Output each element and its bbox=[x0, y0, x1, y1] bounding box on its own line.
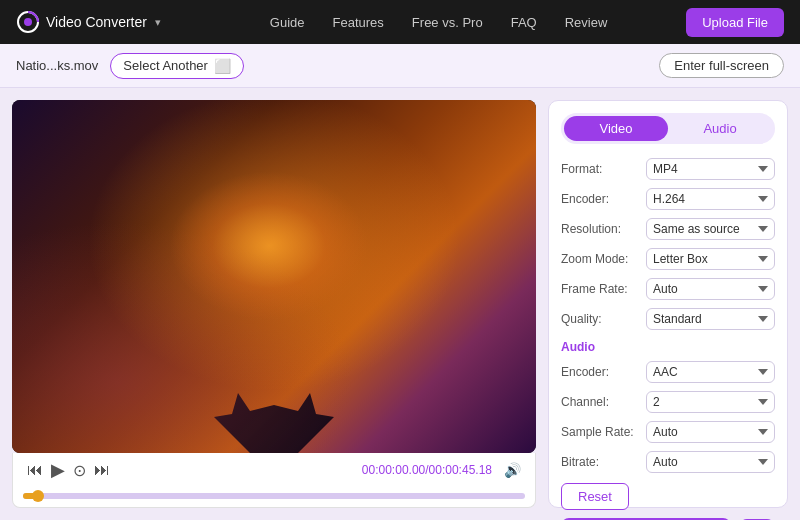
nav-links: Guide Features Free vs. Pro FAQ Review bbox=[191, 15, 686, 30]
nav-faq[interactable]: FAQ bbox=[511, 15, 537, 30]
video-panel: ⏮ ▶ ⊙ ⏭ 00:00:00.00/00:00:45.18 🔊 bbox=[12, 100, 536, 508]
setting-quality: Quality: StandardHighLow bbox=[561, 304, 775, 334]
video-container bbox=[12, 100, 536, 453]
nav-free-vs-pro[interactable]: Free vs. Pro bbox=[412, 15, 483, 30]
time-display: 00:00:00.00/00:00:45.18 bbox=[362, 463, 492, 477]
scrubber-track[interactable] bbox=[23, 493, 525, 499]
main-content: ⏮ ▶ ⊙ ⏭ 00:00:00.00/00:00:45.18 🔊 Video … bbox=[0, 88, 800, 520]
format-select[interactable]: MP4MKVAVIMOV bbox=[646, 158, 775, 180]
navbar: Video Converter ▾ Guide Features Free vs… bbox=[0, 0, 800, 44]
framerate-label: Frame Rate: bbox=[561, 282, 646, 296]
svg-point-1 bbox=[24, 18, 32, 26]
setting-resolution: Resolution: Same as source1920x10801280x… bbox=[561, 214, 775, 244]
resolution-label: Resolution: bbox=[561, 222, 646, 236]
tab-row: Video Audio bbox=[561, 113, 775, 144]
time-current: 00:00:00.00 bbox=[362, 463, 425, 477]
brand-logo[interactable]: Video Converter ▾ bbox=[16, 10, 161, 34]
quality-label: Quality: bbox=[561, 312, 646, 326]
upload-button[interactable]: Upload File bbox=[686, 8, 784, 37]
channel-select[interactable]: 216 bbox=[646, 391, 775, 413]
tab-audio[interactable]: Audio bbox=[668, 116, 772, 141]
monitor-icon: ⬜ bbox=[214, 58, 231, 74]
setting-audio-encoder: Encoder: AACMP3FLAC bbox=[561, 357, 775, 387]
brand-chevron[interactable]: ▾ bbox=[155, 16, 161, 29]
resolution-select[interactable]: Same as source1920x10801280x720 bbox=[646, 218, 775, 240]
time-total: 00:00:45.18 bbox=[429, 463, 492, 477]
setting-bitrate: Bitrate: Auto128k320k bbox=[561, 447, 775, 477]
audio-section-label: Audio bbox=[561, 334, 775, 357]
framerate-select[interactable]: Auto243060 bbox=[646, 278, 775, 300]
bitrate-label: Bitrate: bbox=[561, 455, 646, 469]
setting-format: Format: MP4MKVAVIMOV bbox=[561, 154, 775, 184]
video-preview bbox=[12, 100, 536, 453]
setting-samplerate: Sample Rate: Auto4410048000 bbox=[561, 417, 775, 447]
encoder-label: Encoder: bbox=[561, 192, 646, 206]
settings-panel: Video Audio Format: MP4MKVAVIMOV Encoder… bbox=[548, 100, 788, 508]
volume-button[interactable]: 🔊 bbox=[500, 460, 525, 480]
zoom-label: Zoom Mode: bbox=[561, 252, 646, 266]
audio-encoder-label: Encoder: bbox=[561, 365, 646, 379]
setting-encoder: Encoder: H.264H.265VP9 bbox=[561, 184, 775, 214]
video-settings: Format: MP4MKVAVIMOV Encoder: H.264H.265… bbox=[561, 154, 775, 477]
logo-icon bbox=[16, 10, 40, 34]
reset-button[interactable]: Reset bbox=[561, 483, 629, 510]
scrubber-container bbox=[12, 487, 536, 508]
samplerate-select[interactable]: Auto4410048000 bbox=[646, 421, 775, 443]
nav-guide[interactable]: Guide bbox=[270, 15, 305, 30]
file-name: Natio...ks.mov bbox=[16, 58, 98, 73]
play-button[interactable]: ▶ bbox=[47, 457, 69, 483]
nav-review[interactable]: Review bbox=[565, 15, 608, 30]
zoom-select[interactable]: Letter BoxCropPan Scan bbox=[646, 248, 775, 270]
scrubber-thumb[interactable] bbox=[32, 490, 44, 502]
brand-name: Video Converter bbox=[46, 14, 147, 30]
audio-encoder-select[interactable]: AACMP3FLAC bbox=[646, 361, 775, 383]
silhouette bbox=[214, 393, 334, 453]
nav-features[interactable]: Features bbox=[333, 15, 384, 30]
fast-forward-button[interactable]: ⏭ bbox=[90, 459, 114, 481]
encoder-select[interactable]: H.264H.265VP9 bbox=[646, 188, 775, 210]
setting-framerate: Frame Rate: Auto243060 bbox=[561, 274, 775, 304]
format-label: Format: bbox=[561, 162, 646, 176]
setting-channel: Channel: 216 bbox=[561, 387, 775, 417]
tab-video[interactable]: Video bbox=[564, 116, 668, 141]
stop-button[interactable]: ⊙ bbox=[69, 459, 90, 482]
samplerate-label: Sample Rate: bbox=[561, 425, 646, 439]
bitrate-select[interactable]: Auto128k320k bbox=[646, 451, 775, 473]
select-another-label: Select Another bbox=[123, 58, 208, 73]
quality-select[interactable]: StandardHighLow bbox=[646, 308, 775, 330]
setting-zoom: Zoom Mode: Letter BoxCropPan Scan bbox=[561, 244, 775, 274]
channel-label: Channel: bbox=[561, 395, 646, 409]
rewind-button[interactable]: ⏮ bbox=[23, 459, 47, 481]
select-another-button[interactable]: Select Another ⬜ bbox=[110, 53, 244, 79]
video-controls: ⏮ ▶ ⊙ ⏭ 00:00:00.00/00:00:45.18 🔊 bbox=[12, 453, 536, 488]
fullscreen-button[interactable]: Enter full-screen bbox=[659, 53, 784, 78]
toolbar: Natio...ks.mov Select Another ⬜ Enter fu… bbox=[0, 44, 800, 88]
